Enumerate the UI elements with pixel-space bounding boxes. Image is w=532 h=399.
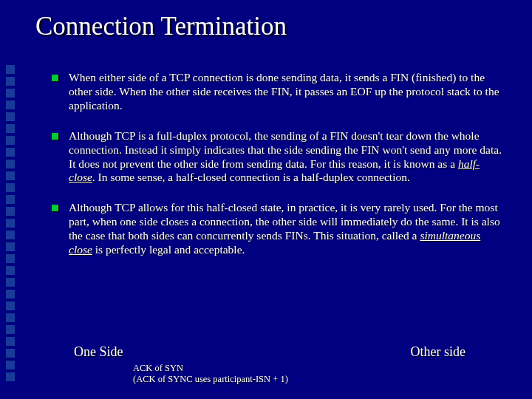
footer-right-label: Other side: [411, 344, 466, 360]
bullet-text: When either side of a TCP connection is …: [69, 71, 502, 113]
bullet-icon: [52, 75, 58, 81]
footer-sub-line-2: (ACK of SYNC uses participant-ISN + 1): [133, 374, 532, 386]
bullet-icon: [52, 133, 58, 140]
bullet-icon: [52, 205, 58, 211]
footer-area: One Side Other side ACK of SYN (ACK of S…: [0, 344, 532, 386]
decorative-squares-column: [6, 65, 16, 381]
bullet-list: When either side of a TCP connection is …: [52, 71, 502, 273]
footer-sub-line-1: ACK of SYN: [133, 363, 532, 375]
list-item: Although TCP allows for this half-closed…: [52, 201, 502, 257]
list-item: When either side of a TCP connection is …: [52, 71, 502, 113]
footer-left-label: One Side: [74, 344, 123, 360]
slide-title: Connection Termination: [35, 12, 287, 41]
bullet-text: Although TCP allows for this half-closed…: [69, 201, 502, 257]
list-item: Although TCP is a full-duplex protocol, …: [52, 129, 502, 185]
bullet-text: Although TCP is a full-duplex protocol, …: [69, 129, 502, 185]
